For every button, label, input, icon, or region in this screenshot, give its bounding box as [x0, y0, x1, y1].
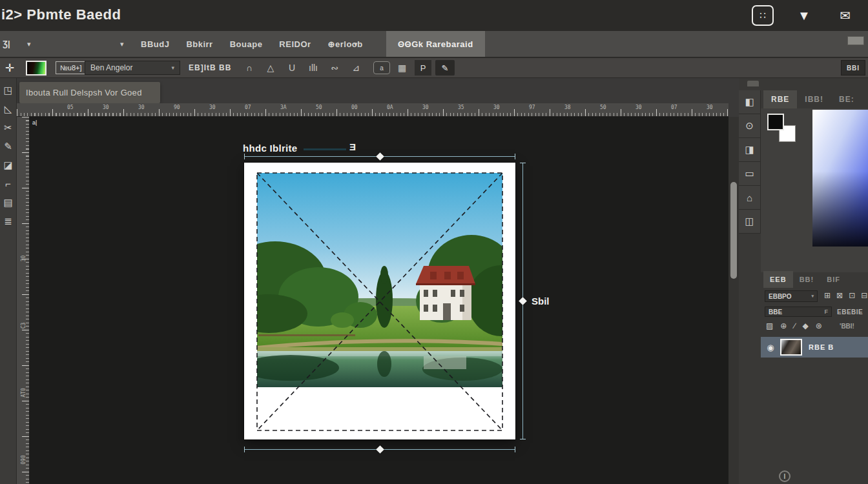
foreground-color-swatch[interactable]	[767, 114, 784, 130]
canvas-scrollbar-thumb[interactable]	[730, 182, 737, 279]
lock-icon[interactable]: ⊡	[849, 291, 855, 300]
ruler-label: 90	[174, 105, 180, 110]
layer-visibility-eye-icon[interactable]: ◉	[761, 343, 780, 352]
lock-icon[interactable]: ⊟	[861, 291, 867, 300]
layer-action-icon[interactable]: ◆	[802, 321, 808, 330]
move-tool-icon[interactable]: ✛	[5, 58, 14, 77]
color-picker-field[interactable]	[812, 110, 868, 247]
layer-actions-row: ▨⊕∕◆⊛ 'BBI!	[763, 321, 868, 333]
layer-action-icons: ▨⊕∕◆⊛	[766, 321, 822, 330]
tool-icon[interactable]: ▤	[3, 197, 12, 209]
color-panel-tab[interactable]: IBB!	[797, 90, 831, 108]
options-tool-icon[interactable]: ⊿	[351, 63, 361, 73]
options-tool-icon[interactable]: ıllı	[308, 63, 318, 73]
layer-row-selected[interactable]: ◉ RBE B	[761, 337, 868, 358]
share-tray-icon[interactable]: ✉	[834, 5, 856, 26]
layer-thumbnail[interactable]	[780, 339, 802, 356]
panel-strip-icon[interactable]: ⊙	[739, 114, 761, 138]
app-grid-icon[interactable]: ∷	[752, 5, 774, 26]
layer-action-icon[interactable]: ⊕	[780, 321, 787, 330]
layers-panel-tabs: EEBBB!BIF	[763, 271, 847, 288]
panel-strip-icon[interactable]: ▭	[739, 162, 761, 186]
panel-strip-icon[interactable]: ◧	[739, 90, 761, 114]
blend-mode-value: EBBPO	[769, 293, 792, 300]
options-icon-group: ∩△Uıllı∾⊿⌂	[244, 58, 382, 77]
tool-icon[interactable]: ≣	[4, 216, 12, 228]
color-swatch-thumbnail[interactable]	[26, 61, 46, 76]
menu-item[interactable]: Bouape	[230, 39, 263, 49]
options-right-button[interactable]: BBI	[841, 60, 865, 76]
ruler-label: 05	[67, 105, 74, 110]
layers-panel-tab[interactable]: BIF	[820, 271, 847, 288]
menu-item[interactable]: BBudJ	[141, 39, 169, 49]
ruler-label: 07	[671, 105, 677, 110]
fill-suffix: F	[825, 308, 829, 315]
canvas-corner-mark: a|	[32, 119, 37, 126]
canvas-scrollbar-track[interactable]	[728, 117, 739, 484]
active-document-tab[interactable]: ΘΘGk Rarebaraid	[386, 31, 485, 57]
menu-caret-icon[interactable]: ▾	[354, 40, 358, 48]
fill-dropdown[interactable]: BBE F	[765, 307, 832, 317]
panel-collapse-nub[interactable]	[747, 81, 759, 86]
tool-icon-list: ◳◺✂✎◪⌐▤≣	[0, 78, 16, 228]
options-tool-icon[interactable]: △	[265, 63, 276, 73]
horizontal-ruler: 0530309030073A50000A303530973850300730	[17, 103, 728, 117]
tool-icon[interactable]: ◺	[5, 103, 12, 116]
menu-caret-icon[interactable]: ▾	[27, 40, 31, 48]
ruler-label: 07	[245, 105, 251, 110]
landscape-illustration	[257, 173, 502, 387]
tool-icon[interactable]: ◳	[3, 85, 12, 97]
layer-action-icon[interactable]: ▨	[766, 321, 773, 330]
chevron-down-icon: ▾	[811, 294, 814, 299]
tool-icon[interactable]: ✎	[4, 141, 12, 153]
ruler-label: 30	[103, 105, 109, 110]
document-frame	[244, 163, 515, 439]
blend-mode-dropdown[interactable]: EBBPO ▾	[765, 290, 818, 302]
menu-caret-icon[interactable]: ▾	[120, 40, 124, 48]
vertical-ruler: 30C3AT0090EJ3BP	[17, 117, 30, 484]
info-icon[interactable]: I	[779, 470, 790, 482]
panel-strip-icon[interactable]: ⌂	[739, 186, 761, 210]
layer-action-icon[interactable]: ∕	[794, 321, 795, 330]
panel-strip-icon[interactable]: ◨	[739, 138, 761, 162]
ruler-label: 3A	[280, 105, 287, 110]
fg-bg-swatches[interactable]	[767, 114, 801, 147]
layers-panel-tab[interactable]: BB!	[793, 271, 821, 288]
pen-tool-button[interactable]: ✎	[435, 60, 455, 76]
tool-icon[interactable]: ◪	[3, 159, 12, 172]
color-panel-tab[interactable]: RBE	[763, 90, 797, 108]
tool-icon[interactable]: ⌐	[5, 178, 11, 190]
fill-value: BBE	[769, 308, 782, 316]
ruler-label: 50	[600, 105, 606, 110]
menu-item[interactable]: Bbkirr	[186, 39, 212, 49]
lock-icon[interactable]: ⊠	[836, 291, 843, 300]
menu-item[interactable]: REIDOr	[279, 39, 311, 49]
blend-mode-row: EBBPO ▾ ⊞⊠⊡⊟	[763, 290, 868, 303]
tool-icon[interactable]: ✂	[4, 122, 12, 134]
ruler-label: AT0	[21, 387, 26, 399]
window-title: i2> Pbmte Baedd	[1, 6, 121, 23]
right-panel: ◧⊙◨▭⌂◫ RBEIBB!BE:BII EEBBB!BIF EBBPO ▾ ⊞…	[739, 78, 868, 484]
pin-tool-button[interactable]: P	[415, 60, 431, 76]
preset-dropdown[interactable]: Ben Angelor ▾	[85, 61, 180, 75]
color-panel-tab[interactable]: BII	[862, 90, 868, 108]
mode-box[interactable]: №u8+]	[56, 61, 87, 74]
options-tool-icon[interactable]: U	[287, 63, 297, 73]
tool-hint-bar: Ibouta Rull Delspsh Vor Goed	[19, 82, 160, 103]
menubar-right-button[interactable]	[847, 36, 864, 45]
ruler-label: 30	[707, 105, 713, 110]
color-panel-tab[interactable]: BE:	[831, 90, 862, 108]
panel-strip-icon[interactable]: ◫	[739, 210, 761, 234]
layer-action-icon[interactable]: ⊛	[816, 321, 822, 330]
opacity-label: EBEBIE	[837, 308, 863, 316]
options-tool-icon[interactable]: ∩	[244, 63, 254, 73]
lock-icon[interactable]: ⊞	[824, 291, 831, 300]
ruler-label: 50	[316, 105, 322, 110]
color-panel	[761, 108, 868, 272]
grid-icon[interactable]: ▦	[398, 58, 406, 77]
caret-down-icon[interactable]: ▼	[793, 5, 815, 26]
ruler-label: 30	[422, 105, 429, 110]
options-tool-icon[interactable]: ∾	[329, 63, 340, 73]
auto-select-badge[interactable]: a	[373, 61, 390, 74]
layers-panel-tab[interactable]: EEB	[763, 271, 793, 288]
